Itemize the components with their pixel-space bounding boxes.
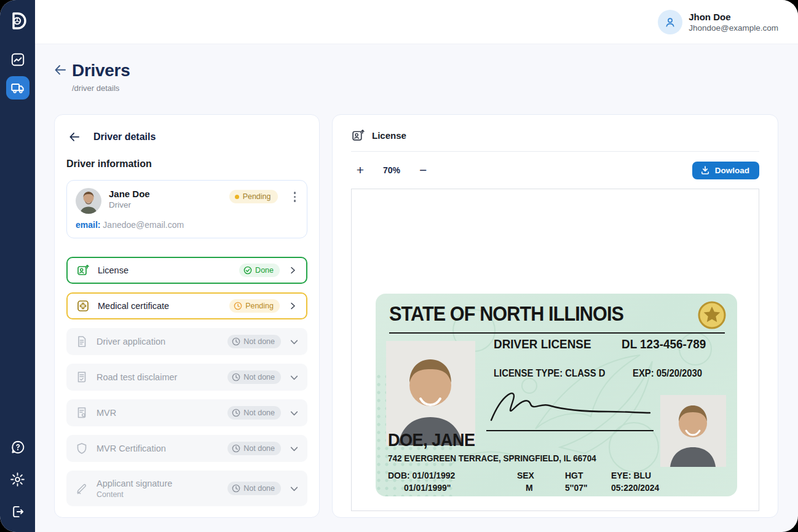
medical-cross-icon [76,299,90,313]
app-window: Jhon Doe Jhondoe@example.com Drivers /dr… [0,0,798,532]
chevron-down-icon[interactable] [290,444,299,453]
status-badge-notdone: Not done [227,335,281,348]
license-hgt-label: HGT [565,470,585,481]
kebab-menu-icon[interactable] [291,189,299,205]
driver-details-panel: Driver details Driver information Jane D… [54,114,320,518]
file-text-icon [75,335,89,348]
shield-icon [75,442,89,455]
chart-icon [10,52,26,68]
user-menu[interactable]: Jhon Doe Jhondoe@example.com [658,10,778,34]
license-viewer-panel: License + 70% − Dowload [332,114,778,518]
sidebar-item-dashboard[interactable] [7,49,28,70]
driver-status-badge: Pending [229,190,278,203]
viewer-toolbar: + 70% − Dowload [351,161,759,179]
clock-icon [232,373,240,381]
checklist-label: Medical certificate [98,301,169,311]
panel-back-arrow-icon[interactable] [69,132,80,142]
chevron-down-icon[interactable] [290,373,299,382]
license-issue-date: 05:220/2024 [611,482,665,493]
divider [389,332,725,334]
page-title: Drivers [72,61,130,80]
email-value: Janedoe@email.com [103,220,184,230]
chevron-down-icon[interactable] [290,484,299,493]
checklist-label: MVR Certification [97,444,166,453]
checklist-label: MVR [97,408,116,418]
license-sex-value: M [526,482,534,493]
status-badge-done: Done [239,264,280,277]
license-state-title: STATE OF NORTH ILLINOIS [389,302,649,326]
breadcrumb: /driver details [72,84,130,93]
license-address: 742 EVERGREEN TERRACE, SPRINGFIELD, IL 6… [388,453,620,463]
chevron-right-icon[interactable] [288,266,298,275]
check-circle-icon [243,266,252,275]
checklist-item-mvr-certification[interactable]: MVR Certification Not done [66,435,307,462]
download-button[interactable]: Dowload [692,162,759,179]
help-icon[interactable] [10,439,26,455]
checklist-label: Applicant signature [97,479,172,488]
status-text: Not done [243,444,275,453]
checklist-sublabel: Content [97,490,172,499]
file-check-icon [75,370,89,384]
zoom-level: 70% [383,165,400,175]
topbar: Jhon Doe Jhondoe@example.com [35,0,798,44]
status-badge-notdone: Not done [227,406,281,420]
clock-icon [232,484,240,493]
driver-role: Driver [109,200,150,211]
user-email: Jhondoe@example.com [689,23,778,33]
license-dob: DOB: 01/01/1992 [388,470,463,481]
clock-icon [232,409,240,417]
license-holder-name: DOE, JANE [388,429,484,450]
star-seal-icon [697,300,727,330]
status-dot [235,195,239,199]
signature-line [486,430,654,431]
checklist-item-driver-application[interactable]: Driver application Not done [66,328,307,355]
driver-status-label: Pending [243,192,271,201]
clock-icon [234,302,242,310]
checklist-item-mvr[interactable]: MVR Not done [66,399,307,426]
license-expiration: EXP: 05/20/2030 [633,367,710,379]
driver-name: Jane Doe [109,188,150,200]
section-title: Driver information [66,158,307,170]
sidebar-item-drivers[interactable] [6,76,30,100]
checklist-label: Road test disclaimer [97,372,177,382]
email-label: email: [76,220,100,230]
license-doc-type: DRIVER LICENSE [494,337,602,351]
download-icon [700,165,710,175]
checklist-label: License [98,265,128,275]
status-badge-notdone: Not done [227,370,281,384]
file-record-icon [75,406,89,420]
signature [485,385,663,428]
license-photo-secondary [660,395,726,467]
license-id-upload-icon [76,264,90,277]
checklist-item-applicant-signature[interactable]: Applicant signature Content Not done [66,471,307,506]
app-logo-icon [8,11,28,31]
zoom-out-button[interactable]: − [414,163,432,178]
status-text: Not done [243,337,275,346]
status-badge-pending: Pending [229,299,280,313]
status-badge-notdone: Not done [227,442,281,455]
chevron-right-icon[interactable] [288,302,298,310]
status-text: Not done [243,373,275,381]
zoom-in-button[interactable]: + [351,163,369,178]
checklist-label: Driver application [97,337,165,346]
checklist-item-license[interactable]: License Done [66,257,307,284]
viewer-title: License [372,130,406,141]
status-text: Pending [245,302,274,310]
user-avatar-icon [658,10,682,34]
logout-icon[interactable] [10,504,26,520]
license-eye: EYE: BLU [611,470,655,481]
checklist-item-medical-certificate[interactable]: Medical certificate Pending [66,292,307,319]
back-arrow-icon[interactable] [54,65,66,76]
status-text: Not done [243,484,275,493]
clock-icon [232,337,240,346]
status-text: Not done [243,409,275,417]
license-sex-label: SEX [517,470,536,481]
panel-title: Driver details [93,131,156,143]
settings-gear-icon[interactable] [9,471,26,488]
chevron-down-icon[interactable] [290,337,299,346]
chevron-down-icon[interactable] [290,409,299,418]
document-viewer[interactable]: STATE OF NORTH ILLINOIS [351,189,759,511]
checklist-item-road-test-disclaimer[interactable]: Road test disclaimer Not done [66,364,307,391]
license-dl-number: DL 123-456-789 [622,337,716,351]
license-document: STATE OF NORTH ILLINOIS [376,294,737,496]
